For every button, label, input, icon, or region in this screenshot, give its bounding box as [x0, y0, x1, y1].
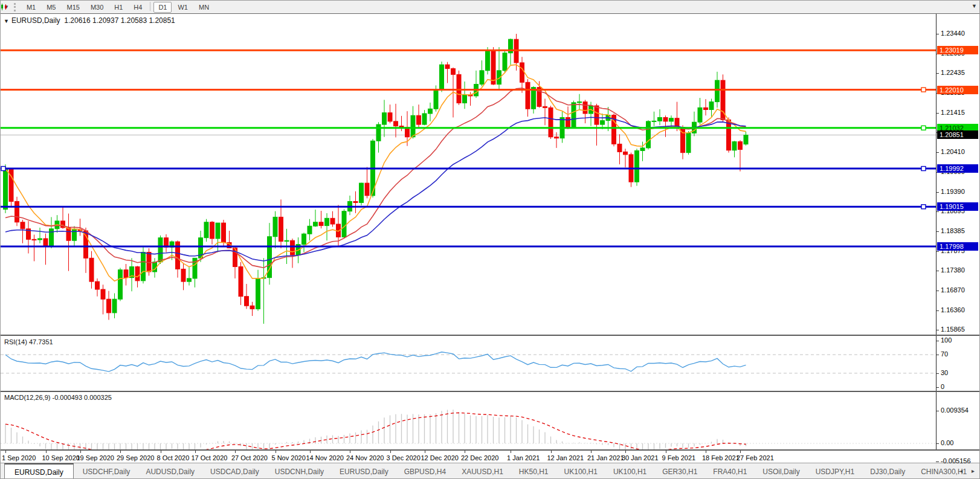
axis-tick: [936, 443, 939, 444]
toolbar-grip[interactable]: [14, 3, 18, 11]
timeframe-button-m5[interactable]: M5: [42, 2, 60, 13]
price-tick-label: 1.19390: [941, 188, 965, 195]
timeframe-button-m1[interactable]: M1: [22, 2, 40, 13]
chart-tab-usdcad-daily[interactable]: USDCAD,Daily: [202, 463, 267, 479]
mt4-window: ▼ M1M5M15M30H1H4D1W1MN ▼ ▼EURUSD,Daily 1…: [0, 0, 980, 479]
timeframe-buttons: M1M5M15M30H1H4D1W1MN: [21, 2, 214, 13]
price-tick-label: 1.22435: [941, 69, 965, 76]
price-tick-label: 1.18385: [941, 227, 965, 234]
toolbar-overflow-caret-icon[interactable]: ▼: [972, 3, 977, 9]
timeframe-button-h4[interactable]: H4: [129, 2, 147, 13]
date-tick: [350, 451, 350, 453]
date-tick: [390, 451, 391, 453]
date-tick: [465, 451, 465, 453]
date-tick: [706, 451, 706, 453]
macd-tick-label: 0.00: [941, 439, 953, 446]
date-label: 12 Dec 2020: [421, 454, 459, 461]
scroll-left-icon[interactable]: ◂: [959, 468, 972, 474]
toolbar-separator: [150, 2, 150, 11]
date-label: 1 Sep 2020: [2, 454, 36, 461]
date-tick: [235, 451, 236, 453]
date-tick: [551, 451, 552, 453]
axis-tick: [936, 231, 939, 232]
chart-area[interactable]: ▼EURUSD,Daily 1.20616 1.20937 1.20583 1.…: [1, 13, 980, 451]
timeframe-button-h1[interactable]: H1: [109, 2, 127, 13]
rsi-tick-label: 0: [941, 383, 944, 390]
date-label: 5 Nov 2020: [272, 454, 306, 461]
rsi-panel[interactable]: [1, 336, 936, 391]
axis-tick: [936, 73, 939, 74]
timeframe-button-m30[interactable]: M30: [86, 2, 108, 13]
macd-panel[interactable]: [1, 392, 936, 449]
chart-tab-usdjpy-h1[interactable]: USDJPY,H1: [808, 463, 862, 479]
date-tick: [276, 451, 276, 453]
date-label: 12 Jan 2021: [547, 454, 584, 461]
price-tick-label: 1.15865: [941, 326, 965, 333]
macd-tick-label: 0.009354: [941, 407, 969, 414]
panel-separator[interactable]: [1, 391, 980, 392]
panel-separator[interactable]: [1, 335, 980, 336]
chart-tab-xauusd-h1[interactable]: XAUUSD,H1: [454, 463, 511, 479]
date-tick: [120, 451, 121, 453]
date-tick: [511, 451, 511, 453]
main-price-panel[interactable]: [1, 14, 936, 335]
scroll-right-icon[interactable]: ▸: [972, 468, 978, 474]
price-level-chip-1.17998: 1.17998: [937, 242, 978, 251]
timeframe-button-m15[interactable]: M15: [62, 2, 84, 13]
chart-tab-dj30-daily[interactable]: DJ30,Daily: [862, 463, 913, 479]
ma-slow-line: [5, 117, 746, 261]
chart-tab-ger30-h1[interactable]: GER30,H1: [654, 463, 705, 479]
chart-tab-usdcnh-daily[interactable]: USDCNH,Daily: [267, 463, 332, 479]
chart-tab-gbpusd-h4[interactable]: GBPUSD,H4: [396, 463, 454, 479]
price-tick-label: 1.20410: [941, 148, 965, 155]
chart-tab-uk100-h1[interactable]: UK100,H1: [556, 463, 605, 479]
tab-scroll-arrows[interactable]: ◂ ▸: [959, 468, 978, 474]
axis-tick: [936, 373, 939, 374]
date-label: 24 Nov 2020: [346, 454, 384, 461]
macd-indicator-label: MACD(12,26,9) -0.000493 0.000325: [4, 394, 112, 401]
macd-signal-line: [5, 413, 746, 450]
chart-tab-hk50-h1[interactable]: HK50,H1: [511, 463, 556, 479]
price-tick-label: 1.17380: [941, 266, 965, 274]
date-label: 19 Sep 2020: [77, 454, 114, 461]
chart-tab-fra40-h1[interactable]: FRA40,H1: [705, 463, 755, 479]
axis-tick: [936, 461, 939, 462]
date-label: 9 Feb 2021: [662, 454, 696, 461]
axis-tick: [936, 271, 939, 271]
date-label: 30 Jan 2021: [622, 454, 659, 461]
date-label: 22 Dec 2020: [461, 454, 498, 461]
date-axis[interactable]: 1 Sep 202010 Sep 202019 Sep 202029 Sep 2…: [1, 451, 980, 464]
axis-tick: [936, 251, 939, 252]
date-tick: [195, 451, 196, 453]
date-tick: [666, 451, 666, 453]
price-tick-label: 1.21415: [941, 109, 965, 116]
chart-tab-audusd-daily[interactable]: AUDUSD,Daily: [138, 463, 202, 479]
chart-tab-uk100-h1[interactable]: UK100,H1: [605, 463, 654, 479]
axis-tick: [936, 113, 939, 114]
chart-tab-eurusd-daily[interactable]: EURUSD,Daily: [4, 463, 74, 479]
date-label: 18 Feb 2021: [702, 454, 740, 461]
price-axis-border: [936, 14, 936, 451]
horizontal-lines-layer: [1, 50, 936, 246]
date-tick: [46, 451, 47, 453]
date-label: 21 Jan 2021: [587, 454, 624, 461]
macd-tick-label: -0.005156: [941, 457, 971, 465]
timeframe-button-d1[interactable]: D1: [153, 2, 172, 13]
chart-tab-usdchf-daily[interactable]: USDCHF,Daily: [75, 463, 138, 479]
axis-tick: [936, 192, 939, 193]
price-level-chip-1.23019: 1.23019: [937, 46, 978, 54]
chart-title: ▼EURUSD,Daily 1.20616 1.20937 1.20583 1.…: [4, 16, 175, 25]
axis-tick: [936, 355, 939, 355]
chart-title-caret-icon[interactable]: ▼: [4, 18, 9, 24]
chart-tab-eurusd-daily[interactable]: EURUSD,Daily: [332, 463, 396, 479]
rsi-line: [5, 352, 746, 371]
timeframe-button-mn[interactable]: MN: [194, 2, 214, 13]
date-label: 10 Sep 2020: [42, 454, 80, 461]
chart-tab-usoil-daily[interactable]: USOil,Daily: [755, 463, 807, 479]
axis-tick: [936, 211, 939, 212]
price-level-chip-1.19992: 1.19992: [937, 164, 978, 173]
timeframe-button-w1[interactable]: W1: [173, 2, 193, 13]
chart-title-ohlc: 1.20616 1.20937 1.20583 1.20851: [64, 16, 175, 25]
axis-tick: [936, 411, 939, 411]
date-label: 27 Oct 2020: [231, 454, 268, 461]
